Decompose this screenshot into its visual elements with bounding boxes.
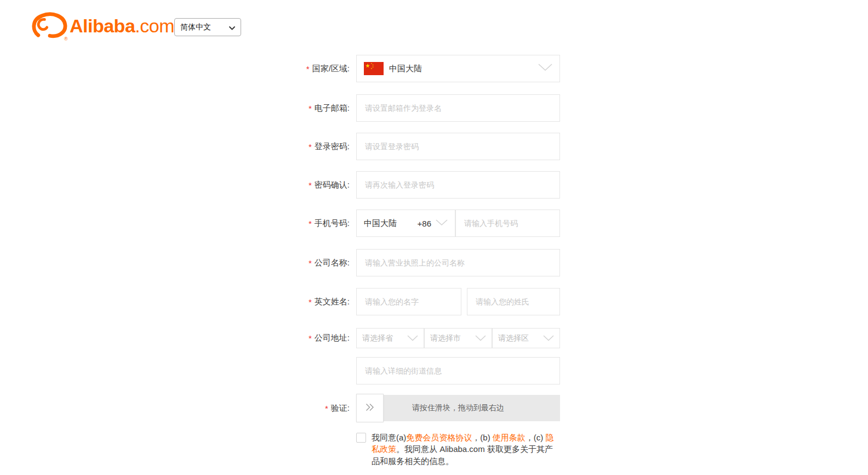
password-confirm-row: * 密码确认: xyxy=(219,171,560,199)
membership-agreement-link[interactable]: 免费会员资格协议 xyxy=(406,433,472,442)
china-flag-icon xyxy=(364,62,384,75)
country-region-value: 中国大陆 xyxy=(389,64,422,74)
province-select[interactable]: 请选择省 xyxy=(356,328,424,348)
phone-country-select[interactable]: 中国大陆 +86 xyxy=(356,210,455,237)
chevron-down-icon xyxy=(543,333,554,343)
agreement-text: 我同意(a)免费会员资格协议，(b) 使用条款，(c) 隐私政策。我同意从 Al… xyxy=(372,432,556,467)
alibaba-logo-icon: ® xyxy=(31,12,67,39)
terms-of-use-link[interactable]: 使用条款 xyxy=(493,433,526,442)
chevron-down-icon xyxy=(407,333,418,343)
chevron-down-icon xyxy=(229,23,235,32)
english-name-label: * 英文姓名: xyxy=(219,297,356,307)
password-label: * 登录密码: xyxy=(219,142,356,152)
logo-brand-text: Alibaba xyxy=(70,15,135,36)
city-select-value: 请选择市 xyxy=(430,333,461,343)
password-confirm-input[interactable] xyxy=(356,171,560,199)
required-marker: * xyxy=(306,64,310,73)
logo-wordmark: Alibaba.com xyxy=(70,12,174,39)
password-row: * 登录密码: xyxy=(219,133,560,160)
company-name-label: * 公司名称: xyxy=(219,258,356,268)
registered-trademark: ® xyxy=(64,36,68,42)
country-region-row: * 国家/区域: 中国大陆 xyxy=(219,55,560,82)
first-name-input[interactable] xyxy=(356,288,461,315)
email-label: * 电子邮箱: xyxy=(219,103,356,114)
field-gap xyxy=(461,288,467,315)
phone-row: * 手机号码: 中国大陆 +86 xyxy=(219,210,560,237)
captcha-slider-track: 请按住滑块，拖动到最右边 xyxy=(356,395,560,421)
captcha-row: * 验证: 请按住滑块，拖动到最右边 xyxy=(219,395,560,421)
company-name-input[interactable] xyxy=(356,249,560,276)
english-name-row: * 英文姓名: xyxy=(219,288,560,315)
phone-number-input[interactable] xyxy=(455,210,560,237)
country-region-select[interactable]: 中国大陆 xyxy=(356,55,560,82)
captcha-label: * 验证: xyxy=(219,403,356,414)
company-address-row: * 公司地址: 请选择省 请选择市 请选择区 xyxy=(219,328,560,348)
captcha-slider-handle[interactable] xyxy=(356,394,384,422)
agreement-checkbox[interactable] xyxy=(356,433,366,443)
phone-label: * 手机号码: xyxy=(219,218,356,229)
district-select-value: 请选择区 xyxy=(498,333,529,343)
dial-code: +86 xyxy=(418,219,431,228)
email-input[interactable] xyxy=(356,94,560,122)
company-address-label: * 公司地址: xyxy=(219,333,356,343)
agreement-row: 我同意(a)免费会员资格协议，(b) 使用条款，(c) 隐私政策。我同意从 Al… xyxy=(356,432,556,467)
province-select-value: 请选择省 xyxy=(362,333,393,343)
email-row: * 电子邮箱: xyxy=(219,94,560,122)
password-input[interactable] xyxy=(356,133,560,160)
chevron-down-icon xyxy=(475,333,486,343)
language-selector[interactable]: 简体中文 xyxy=(174,18,241,36)
alibaba-logo: ® Alibaba.com xyxy=(31,12,174,39)
chevron-down-icon xyxy=(538,64,552,73)
phone-country-value: 中国大陆 xyxy=(364,218,397,229)
street-input[interactable] xyxy=(356,357,560,384)
chevron-down-icon xyxy=(436,218,448,228)
street-row xyxy=(219,357,560,384)
captcha-instruction: 请按住滑块，拖动到最右边 xyxy=(356,395,560,421)
country-region-label: * 国家/区域: xyxy=(219,64,356,74)
double-chevron-right-icon xyxy=(366,403,374,414)
company-name-row: * 公司名称: xyxy=(219,249,560,276)
logo-suffix-text: .com xyxy=(135,15,174,36)
password-confirm-label: * 密码确认: xyxy=(219,180,356,190)
city-select[interactable]: 请选择市 xyxy=(424,328,492,348)
language-selector-value: 简体中文 xyxy=(180,22,211,32)
last-name-input[interactable] xyxy=(467,288,560,315)
district-select[interactable]: 请选择区 xyxy=(492,328,560,348)
